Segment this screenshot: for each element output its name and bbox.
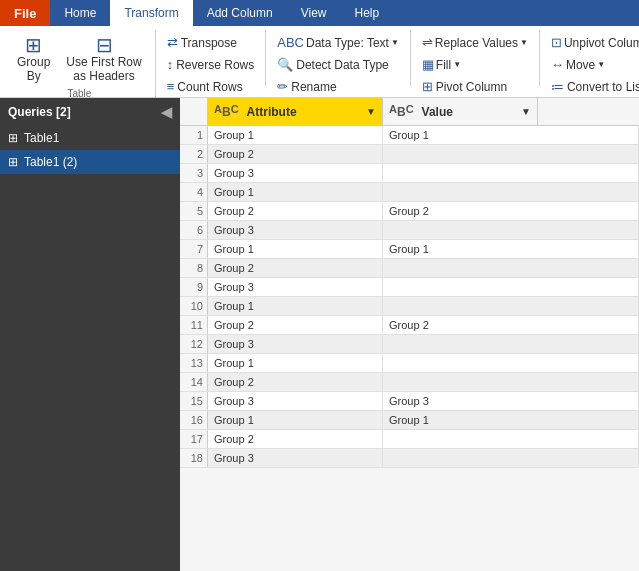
fill-icon: ▦ (422, 57, 434, 72)
attr-cell: Group 1 (208, 354, 383, 372)
sidebar: Queries [2] ◀ ⊞ Table1 ⊞ Table1 (2) (0, 98, 180, 571)
ribbon-group-transform-cols: ⇄ Transpose ↕ Reverse Rows ≡ Count Rows (156, 30, 267, 86)
unpivot-icon: ⊡ (551, 35, 562, 50)
fill-dropdown-icon: ▼ (453, 60, 461, 69)
table-row[interactable]: 2 Group 2 (180, 145, 639, 164)
data-type-dropdown-icon: ▼ (391, 38, 399, 47)
pivot-column-button[interactable]: ⊞ Pivot Column (417, 76, 533, 97)
value-cell (383, 183, 639, 201)
value-cell (383, 354, 639, 372)
row-number: 2 (180, 145, 208, 163)
value-col-label: Value (422, 105, 453, 119)
tab-view[interactable]: View (287, 0, 341, 26)
row-number: 10 (180, 297, 208, 315)
ribbon: ⊞ Group By ⊟ Use First Row as Headers Ta… (0, 26, 639, 98)
sidebar-title: Queries [2] (8, 105, 71, 119)
group-by-label: Group By (17, 55, 50, 83)
attribute-column-header[interactable]: ABC Attribute ▼ (208, 98, 383, 125)
unpivot-columns-button[interactable]: ⊡ Unpivot Columns ▼ (546, 32, 639, 53)
val-type-icon: ABC (389, 103, 414, 119)
convert-to-list-button[interactable]: ≔ Convert to List (546, 76, 639, 97)
table-row[interactable]: 8 Group 2 (180, 259, 639, 278)
table-row[interactable]: 16 Group 1 Group 1 (180, 411, 639, 430)
pivot-icon: ⊞ (422, 79, 433, 94)
sidebar-collapse-button[interactable]: ◀ (161, 104, 172, 120)
value-cell: Group 2 (383, 202, 639, 220)
attribute-col-label: Attribute (247, 105, 297, 119)
grid-header: ABC Attribute ▼ ABC Value ▼ (180, 98, 639, 126)
table-row[interactable]: 12 Group 3 (180, 335, 639, 354)
tab-add-column[interactable]: Add Column (193, 0, 287, 26)
table-row[interactable]: 3 Group 3 (180, 164, 639, 183)
rename-button[interactable]: ✏ Rename (272, 76, 404, 97)
attr-cell: Group 1 (208, 183, 383, 201)
fill-label: Fill (436, 58, 451, 72)
value-cell: Group 1 (383, 240, 639, 258)
tab-help[interactable]: Help (341, 0, 394, 26)
row-number: 8 (180, 259, 208, 277)
attribute-filter-button[interactable]: ▼ (366, 106, 376, 117)
fill-button[interactable]: ▦ Fill ▼ (417, 54, 533, 75)
use-first-row-button[interactable]: ⊟ Use First Row as Headers (59, 32, 148, 86)
data-type-button[interactable]: ABC Data Type: Text ▼ (272, 32, 404, 53)
sidebar-header: Queries [2] ◀ (0, 98, 180, 126)
tab-file[interactable]: File (0, 0, 50, 26)
row-number: 16 (180, 411, 208, 429)
table-row[interactable]: 11 Group 2 Group 2 (180, 316, 639, 335)
value-cell (383, 259, 639, 277)
sidebar-item-table1[interactable]: ⊞ Table1 (0, 126, 180, 150)
table-row[interactable]: 14 Group 2 (180, 373, 639, 392)
count-rows-label: Count Rows (177, 80, 242, 94)
reverse-rows-label: Reverse Rows (176, 58, 254, 72)
count-rows-button[interactable]: ≡ Count Rows (162, 76, 260, 97)
table-row[interactable]: 5 Group 2 Group 2 (180, 202, 639, 221)
attr-cell: Group 1 (208, 297, 383, 315)
data-grid-area: ABC Attribute ▼ ABC Value ▼ 1 Group 1 Gr… (180, 98, 639, 571)
table1-2-icon: ⊞ (8, 155, 18, 169)
group-by-button[interactable]: ⊞ Group By (10, 32, 57, 86)
attr-cell: Group 3 (208, 335, 383, 353)
move-button[interactable]: ↔ Move ▼ (546, 54, 639, 75)
row-number: 13 (180, 354, 208, 372)
value-column-header[interactable]: ABC Value ▼ (383, 98, 538, 125)
convert-to-list-icon: ≔ (551, 79, 564, 94)
reverse-rows-button[interactable]: ↕ Reverse Rows (162, 54, 260, 75)
attr-cell: Group 1 (208, 240, 383, 258)
tab-home[interactable]: Home (50, 0, 110, 26)
main-area: Queries [2] ◀ ⊞ Table1 ⊞ Table1 (2) ABC … (0, 98, 639, 571)
data-type-label: Data Type: Text (306, 36, 389, 50)
attr-cell: Group 2 (208, 430, 383, 448)
value-cell (383, 373, 639, 391)
transpose-button[interactable]: ⇄ Transpose (162, 32, 260, 53)
table-row[interactable]: 7 Group 1 Group 1 (180, 240, 639, 259)
detect-data-type-button[interactable]: 🔍 Detect Data Type (272, 54, 404, 75)
row-number: 15 (180, 392, 208, 410)
table-row[interactable]: 10 Group 1 (180, 297, 639, 316)
replace-dropdown-icon: ▼ (520, 38, 528, 47)
table-row[interactable]: 17 Group 2 (180, 430, 639, 449)
attr-cell: Group 3 (208, 392, 383, 410)
replace-values-button[interactable]: ⇌ Replace Values ▼ (417, 32, 533, 53)
table-row[interactable]: 6 Group 3 (180, 221, 639, 240)
replace-values-icon: ⇌ (422, 35, 433, 50)
value-cell (383, 221, 639, 239)
table-row[interactable]: 1 Group 1 Group 1 (180, 126, 639, 145)
table-row[interactable]: 15 Group 3 Group 3 (180, 392, 639, 411)
ribbon-group-values: ⇌ Replace Values ▼ ▦ Fill ▼ ⊞ Pivot Colu… (411, 30, 540, 86)
value-cell: Group 3 (383, 392, 639, 410)
grid-body: 1 Group 1 Group 1 2 Group 2 3 Group 3 4 … (180, 126, 639, 571)
sidebar-item-table1-2[interactable]: ⊞ Table1 (2) (0, 150, 180, 174)
sidebar-item-table1-2-label: Table1 (2) (24, 155, 77, 169)
value-cell (383, 297, 639, 315)
row-number: 9 (180, 278, 208, 296)
table-row[interactable]: 4 Group 1 (180, 183, 639, 202)
ribbon-group-unpivot: ⊡ Unpivot Columns ▼ ↔ Move ▼ ≔ Convert t… (540, 30, 639, 86)
attr-cell: Group 1 (208, 411, 383, 429)
value-filter-button[interactable]: ▼ (521, 106, 531, 117)
attr-cell: Group 3 (208, 221, 383, 239)
table-row[interactable]: 18 Group 3 (180, 449, 639, 468)
table-row[interactable]: 9 Group 3 (180, 278, 639, 297)
table-row[interactable]: 13 Group 1 (180, 354, 639, 373)
row-number: 14 (180, 373, 208, 391)
tab-transform[interactable]: Transform (110, 0, 192, 26)
